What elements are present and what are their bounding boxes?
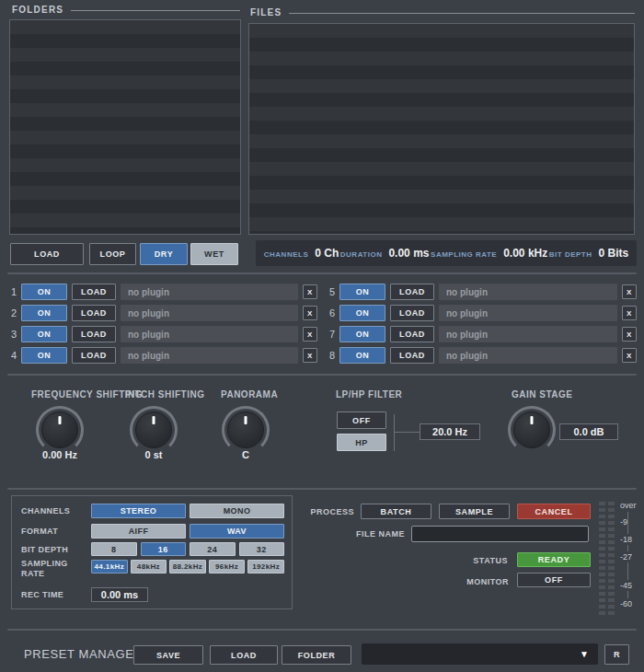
plugin-slot-name-field[interactable]: no plugin: [121, 326, 298, 342]
filter-frequency-value[interactable]: 20.0 Hz: [420, 423, 480, 440]
plugin-slot-number: 3: [7, 329, 17, 340]
recorder-bit-depth-option[interactable]: 32: [239, 542, 285, 556]
plugin-slot-on-button[interactable]: ON: [21, 284, 67, 300]
folders-header-line: [71, 10, 240, 11]
plugin-slot-name-field[interactable]: no plugin: [121, 347, 298, 364]
plugin-slot-close-button[interactable]: X: [622, 284, 637, 299]
plugin-slot-load-button[interactable]: LOAD: [390, 326, 434, 342]
plugin-slot-load-button[interactable]: LOAD: [72, 347, 116, 364]
loop-button[interactable]: LOOP: [89, 243, 136, 265]
knob-body: [41, 411, 78, 448]
recorder-sampling-rate-option[interactable]: 96kHz: [209, 560, 246, 574]
info-duration: DURATION 0.00 ms: [340, 247, 430, 260]
plugin-slot-load-button[interactable]: LOAD: [390, 284, 434, 300]
dry-button[interactable]: DRY: [140, 243, 188, 265]
plugin-slot-close-button[interactable]: X: [622, 348, 637, 363]
plugin-slot-name-field[interactable]: no plugin: [439, 305, 617, 321]
recorder-bit-depth-option[interactable]: 24: [190, 542, 236, 556]
preset-load-button[interactable]: LOAD: [210, 645, 278, 665]
recorder-sampling-rate-option[interactable]: 192kHz: [247, 560, 284, 574]
info-bit-depth-value: 0 Bits: [599, 247, 629, 260]
plugin-slot-load-button[interactable]: LOAD: [72, 326, 116, 342]
plugin-slot-number: 5: [326, 286, 335, 297]
recorder-box: CHANNELS STEREOMONO FORMAT AIFFWAV BIT D…: [11, 495, 293, 609]
preset-reset-button[interactable]: R: [604, 644, 629, 665]
plugin-slot-close-button[interactable]: X: [303, 348, 317, 363]
monitor-label: MONITOR: [455, 577, 509, 586]
plugin-slot-on-button[interactable]: ON: [21, 326, 67, 342]
pitch-shifting-knob[interactable]: [130, 406, 178, 454]
gain-stage-knob[interactable]: [508, 406, 556, 454]
plugin-slot-on-button[interactable]: ON: [339, 347, 385, 364]
folders-header: FOLDERS: [12, 5, 240, 15]
recorder-format-option[interactable]: AIFF: [91, 524, 186, 539]
plugin-slot-load-button[interactable]: LOAD: [390, 305, 434, 321]
filter-off-button[interactable]: OFF: [337, 411, 386, 429]
sample-button[interactable]: SAMPLE: [439, 504, 510, 519]
info-channels: CHANNELS 0 Ch: [264, 247, 339, 260]
filter-connector-horizontal: [394, 432, 420, 433]
recorder-channels-option[interactable]: MONO: [190, 504, 284, 518]
folders-load-button[interactable]: LOAD: [10, 243, 84, 265]
preset-dropdown[interactable]: ▼: [362, 643, 598, 665]
plugin-slot-row: 5ONLOADno pluginX: [326, 284, 637, 300]
plugin-slot-on-button[interactable]: ON: [21, 305, 67, 321]
cancel-button[interactable]: CANCEL: [517, 504, 591, 519]
plugin-slot-number: 1: [7, 286, 17, 297]
wet-button[interactable]: WET: [190, 243, 238, 265]
recorder-sampling-rate-option[interactable]: 88.2kHz: [169, 560, 206, 574]
plugin-slot-on-button[interactable]: ON: [339, 305, 385, 321]
plugin-slot-name-field[interactable]: no plugin: [439, 347, 617, 364]
level-meter-left-bar: [599, 502, 605, 615]
files-list[interactable]: [248, 23, 635, 235]
plugin-slot-load-button[interactable]: LOAD: [390, 347, 434, 364]
gain-stage-value[interactable]: 0.0 dB: [559, 423, 618, 440]
monitor-toggle[interactable]: OFF: [517, 573, 591, 587]
recorder-bit-depth-option[interactable]: 8: [91, 542, 137, 556]
plugin-slot-close-button[interactable]: X: [303, 327, 317, 342]
batch-button[interactable]: BATCH: [361, 504, 431, 519]
preset-folder-button[interactable]: FOLDER: [282, 645, 351, 665]
filter-hp-button[interactable]: HP: [337, 434, 386, 451]
plugin-slot-on-button[interactable]: ON: [339, 326, 385, 342]
plugin-slot-name-field[interactable]: no plugin: [439, 284, 617, 300]
panorama-knob[interactable]: [222, 406, 270, 454]
chevron-down-icon: ▼: [580, 649, 589, 659]
recorder-channels-options: STEREOMONO: [91, 504, 284, 518]
plugin-slot-load-button[interactable]: LOAD: [72, 284, 116, 300]
recorder-channels-option[interactable]: STEREO: [91, 504, 186, 518]
knob-body: [227, 411, 264, 448]
frequency-shifting-value: 0.00 Hz: [18, 449, 101, 460]
plugin-slot-close-button[interactable]: X: [303, 306, 317, 320]
level-meter-tick-label: -9: [620, 516, 627, 527]
files-title: FILES: [250, 7, 282, 17]
gain-stage-label: GAIN STAGE: [512, 389, 572, 400]
plugin-slot-on-button[interactable]: ON: [339, 284, 385, 300]
plugin-slot-on-button[interactable]: ON: [21, 347, 67, 364]
recorder-bit-depth-option[interactable]: 16: [141, 542, 187, 556]
divider: [7, 272, 637, 274]
recorder-rec-time-value[interactable]: 0.00 ms: [91, 587, 148, 602]
process-label: PROCESS: [304, 507, 354, 516]
frequency-shifting-knob[interactable]: [36, 406, 84, 454]
plugin-slot-name-field[interactable]: no plugin: [439, 326, 617, 342]
plugin-slot-close-button[interactable]: X: [622, 306, 637, 320]
plugin-slot-name-field[interactable]: no plugin: [121, 305, 298, 321]
folders-list[interactable]: [9, 19, 241, 235]
preset-save-button[interactable]: SAVE: [133, 645, 203, 665]
recorder-sampling-rate-label: SAMPLING RATE: [21, 559, 78, 580]
recorder-bit-depth-label: BIT DEPTH: [21, 545, 68, 555]
plugin-slot-load-button[interactable]: LOAD: [72, 305, 116, 321]
plugin-slot-row: 4ONLOADno pluginX: [7, 347, 317, 364]
plugin-slot-name-field[interactable]: no plugin: [121, 284, 298, 300]
recorder-bit-depth-options: 8162432: [91, 542, 284, 556]
recorder-sampling-rate-option[interactable]: 44.1kHz: [91, 560, 128, 574]
file-name-input[interactable]: [411, 526, 589, 542]
recorder-sampling-rate-option[interactable]: 48kHz: [131, 560, 167, 574]
recorder-format-option[interactable]: WAV: [190, 524, 284, 539]
divider: [7, 374, 637, 376]
plugin-slot-row: 2ONLOADno pluginX: [7, 305, 317, 321]
level-meter-tick-label: -45: [620, 580, 632, 591]
plugin-slot-close-button[interactable]: X: [303, 284, 317, 299]
plugin-slot-close-button[interactable]: X: [622, 327, 637, 342]
